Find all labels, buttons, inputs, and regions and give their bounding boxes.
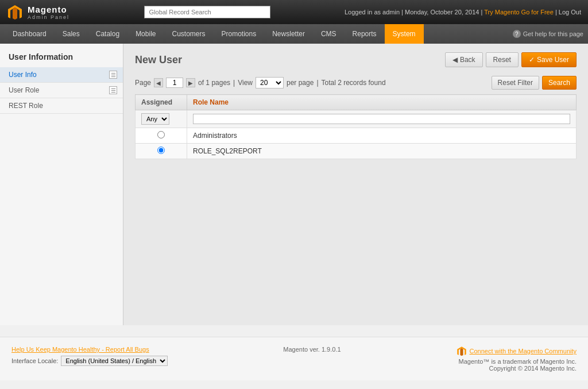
help-text: Get help for this page bbox=[523, 30, 583, 37]
footer: Help Us Keep Magento Healthy - Report Al… bbox=[0, 337, 588, 380]
sidebar-item-rest-role[interactable]: REST Role bbox=[0, 98, 123, 114]
pipe1: | bbox=[233, 79, 235, 87]
page-title: New User bbox=[135, 54, 182, 66]
sidebar-title: User Information bbox=[0, 49, 123, 67]
page-actions: ◀ Back Reset ✓ Save User bbox=[445, 52, 577, 67]
footer-version: Magento ver. 1.9.0.1 bbox=[283, 346, 341, 353]
community-link[interactable]: Connect with the Magento Community bbox=[470, 348, 577, 355]
svg-marker-3 bbox=[460, 348, 463, 356]
save-icon: ✓ bbox=[529, 56, 535, 64]
copyright-text: Copyright © 2014 Magento Inc. bbox=[457, 365, 577, 372]
sidebar-item-label: User Role bbox=[9, 86, 39, 94]
pipe2: | bbox=[316, 79, 318, 87]
header: Magento Admin Panel Logged in as admin |… bbox=[0, 0, 588, 24]
locale-select[interactable]: English (United States) / English bbox=[61, 356, 168, 366]
per-page-select[interactable]: 20 30 50 100 200 bbox=[256, 77, 284, 88]
col-header-assigned: Assigned bbox=[136, 95, 187, 110]
sidebar-item-user-info[interactable]: User Info ☰ bbox=[0, 67, 123, 83]
table-toolbar: Page ◀ ▶ of 1 pages | View 20 30 50 100 … bbox=[135, 76, 577, 90]
reset-button[interactable]: Reset bbox=[486, 52, 519, 67]
page-header: New User ◀ Back Reset ✓ Save User bbox=[135, 52, 577, 67]
sidebar-item-icon-user-role: ☰ bbox=[109, 86, 117, 94]
sidebar-item-label: REST Role bbox=[9, 102, 43, 110]
assigned-radio-cell-2 bbox=[136, 144, 187, 159]
back-icon: ◀ bbox=[452, 56, 458, 64]
sidebar-item-label: User Info bbox=[9, 71, 37, 79]
role-name-cell-1: Administrators bbox=[187, 128, 577, 144]
content-area: New User ◀ Back Reset ✓ Save User Page ◀ bbox=[123, 44, 588, 325]
current-page-input[interactable] bbox=[166, 78, 183, 88]
logo-subtitle: Admin Panel bbox=[28, 14, 69, 20]
main-wrapper: User Information User Info ☰ User Role ☰… bbox=[0, 44, 588, 325]
nav-item-cms[interactable]: CMS bbox=[313, 24, 345, 44]
assigned-filter-select[interactable]: Any Yes No bbox=[141, 113, 169, 125]
header-info: Logged in as admin | Monday, October 20,… bbox=[345, 9, 581, 16]
nav-item-catalog[interactable]: Catalog bbox=[88, 24, 127, 44]
logo-brand: Magento bbox=[28, 5, 69, 14]
role-radio-1[interactable] bbox=[157, 131, 165, 138]
get-help-link[interactable]: ? Get help for this page bbox=[513, 30, 583, 38]
help-icon: ? bbox=[513, 30, 521, 38]
save-button[interactable]: ✓ Save User bbox=[521, 52, 577, 67]
reset-filter-button[interactable]: Reset Filter bbox=[492, 76, 539, 90]
logo-area: Magento Admin Panel bbox=[7, 4, 69, 20]
nav-item-reports[interactable]: Reports bbox=[345, 24, 385, 44]
pagination: Page ◀ ▶ of 1 pages | View 20 30 50 100 … bbox=[135, 77, 386, 88]
next-page-button[interactable]: ▶ bbox=[186, 78, 195, 87]
per-page-label: per page bbox=[287, 79, 314, 87]
magento-footer-logo: Connect with the Magento Community bbox=[457, 346, 577, 356]
data-table: Assigned Role Name Any Yes No bbox=[135, 94, 577, 159]
locale-label: Interface Locale: bbox=[11, 357, 58, 364]
footer-right: Connect with the Magento Community Magen… bbox=[457, 346, 577, 372]
global-search-input[interactable] bbox=[144, 6, 270, 18]
nav-item-promotions[interactable]: Promotions bbox=[214, 24, 265, 44]
trademark-text: Magento™ is a trademark of Magento Inc. bbox=[457, 358, 577, 365]
back-button[interactable]: ◀ Back bbox=[445, 52, 483, 67]
role-name-filter-input[interactable] bbox=[193, 114, 570, 124]
logout-link[interactable]: Log Out bbox=[559, 9, 581, 16]
assigned-radio-cell-1 bbox=[136, 128, 187, 144]
save-label: Save User bbox=[537, 56, 569, 64]
magento-small-logo-icon bbox=[457, 346, 467, 356]
nav-bar: Dashboard Sales Catalog Mobile Customers… bbox=[0, 24, 588, 44]
nav-item-newsletter[interactable]: Newsletter bbox=[264, 24, 313, 44]
nav-item-mobile[interactable]: Mobile bbox=[127, 24, 164, 44]
report-bugs-link[interactable]: Help Us Keep Magento Healthy - Report Al… bbox=[11, 346, 149, 353]
nav-item-customers[interactable]: Customers bbox=[164, 24, 213, 44]
nav-item-system[interactable]: System bbox=[385, 24, 424, 44]
filter-assigned-cell: Any Yes No bbox=[136, 110, 187, 128]
locale-row: Interface Locale: English (United States… bbox=[11, 356, 168, 366]
view-label: View bbox=[238, 79, 253, 87]
reset-label: Reset bbox=[493, 56, 511, 64]
search-button[interactable]: Search bbox=[542, 76, 577, 90]
table-row: Administrators bbox=[136, 128, 577, 144]
filter-row: Any Yes No bbox=[136, 110, 577, 128]
filter-role-name-cell bbox=[187, 110, 577, 128]
prev-page-button[interactable]: ◀ bbox=[154, 78, 163, 87]
footer-left: Help Us Keep Magento Healthy - Report Al… bbox=[11, 346, 168, 366]
nav-item-dashboard[interactable]: Dashboard bbox=[5, 24, 55, 44]
table-header-row: Assigned Role Name bbox=[136, 95, 577, 110]
sidebar-item-icon-user-info: ☰ bbox=[109, 71, 117, 79]
col-header-role-name: Role Name bbox=[187, 95, 577, 110]
page-label: Page bbox=[135, 79, 151, 87]
logged-in-text: Logged in as admin bbox=[345, 9, 400, 16]
footer-inner: Help Us Keep Magento Healthy - Report Al… bbox=[11, 346, 577, 372]
filter-actions: Reset Filter Search bbox=[492, 76, 577, 90]
table-row: ROLE_SQL2REPORT bbox=[136, 144, 577, 159]
role-name-cell-2: ROLE_SQL2REPORT bbox=[187, 144, 577, 159]
date-text: Monday, October 20, 2014 bbox=[405, 9, 479, 16]
logo-text-area: Magento Admin Panel bbox=[28, 5, 69, 20]
nav-item-sales[interactable]: Sales bbox=[55, 24, 88, 44]
sidebar: User Information User Info ☰ User Role ☰… bbox=[0, 44, 123, 325]
try-magento-link[interactable]: Try Magento Go for Free bbox=[484, 9, 554, 16]
svg-marker-1 bbox=[13, 7, 17, 20]
sidebar-item-user-role[interactable]: User Role ☰ bbox=[0, 83, 123, 98]
records-info: Total 2 records found bbox=[322, 79, 386, 87]
magento-logo-icon bbox=[7, 4, 23, 20]
back-label: Back bbox=[460, 56, 475, 64]
search-bar bbox=[144, 6, 270, 18]
of-pages-text: of 1 pages bbox=[198, 79, 230, 87]
role-radio-2[interactable] bbox=[157, 147, 165, 154]
